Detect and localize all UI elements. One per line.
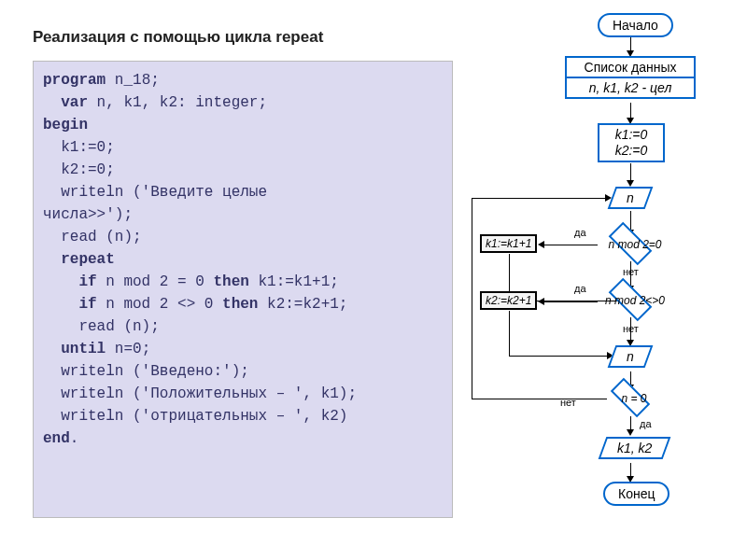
flow-datalist-vars: n, k1, k2 - цел <box>567 78 694 97</box>
flow-start-label: Начало <box>613 18 658 33</box>
flow-input-n2-label: n <box>627 349 634 364</box>
flow-input-n2: n <box>608 345 654 368</box>
flow-cond1-yes: да <box>574 227 586 238</box>
flow-assign-k1: k1:=k1+1 <box>480 234 537 253</box>
flow-end-label: Конец <box>618 486 655 501</box>
flowchart: Начало Список данных n, k1, k2 - цел k1:… <box>467 9 747 551</box>
flow-assign-k2: k2:=k2+1 <box>480 291 537 310</box>
flow-init2: k2:=0 <box>607 143 655 159</box>
flow-datalist-title: Список данных <box>567 58 694 78</box>
flow-cond1-no: нет <box>623 266 639 277</box>
flow-cond1-shape <box>609 222 653 266</box>
flow-cond2-no: нет <box>623 323 639 334</box>
flow-start: Начало <box>598 13 673 37</box>
flow-cond2-yes: да <box>574 283 586 294</box>
flow-datalist: Список данных n, k1, k2 - цел <box>565 56 696 99</box>
flow-init1: k1:=0 <box>607 127 655 143</box>
flow-cond3-yes: да <box>640 418 652 429</box>
flow-output: k1, k2 <box>599 437 671 459</box>
flow-cond2-shape <box>609 278 653 322</box>
slide-title: Реализация с помощью цикла repeat <box>33 28 369 47</box>
flow-cond3-shape <box>611 378 650 417</box>
flow-input-n1: n <box>608 187 654 209</box>
flow-output-label: k1, k2 <box>617 441 652 455</box>
flow-input-n1-label: n <box>627 190 634 205</box>
flow-init: k1:=0 k2:=0 <box>598 123 665 162</box>
code-panel: program n_18; var n, k1, k2: integer; be… <box>33 61 453 518</box>
flow-end: Конец <box>603 482 669 506</box>
